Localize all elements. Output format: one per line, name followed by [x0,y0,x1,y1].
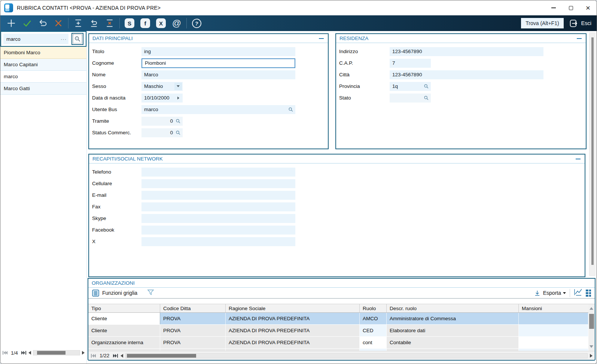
undo-button[interactable] [35,16,51,30]
list-item[interactable]: Piomboni Marco [0,47,86,59]
filter-button[interactable] [147,289,154,297]
esporta-button[interactable]: Esporta [534,290,566,296]
main-scrollbar-thumb[interactable] [591,37,594,265]
minimize-button[interactable] [545,1,562,14]
search-input[interactable] [3,34,68,44]
cellulare-input[interactable] [141,179,295,188]
grid-hscrollbar-thumb[interactable] [127,354,196,358]
cell-tipo[interactable]: Organizzazione interna [88,337,160,348]
data-nascita-picker[interactable] [141,94,183,103]
esci-button[interactable]: Esci [569,19,594,28]
utente-bus-lookup[interactable] [141,105,295,114]
lookup-icon[interactable] [176,119,181,124]
email-button[interactable]: @ [169,16,185,30]
cell-descr[interactable]: Elaboratore dati [387,325,519,336]
tramite-lookup[interactable] [141,117,183,126]
skype-input[interactable] [141,214,295,223]
cell-ragione[interactable]: AZIENDA DI PROVA PREDEFINITA [226,325,360,336]
scroll-left-icon[interactable] [121,354,123,358]
cell-descr[interactable]: Contabile [387,337,519,348]
provincia-lookup[interactable] [390,82,431,91]
cell-mansioni[interactable] [519,313,588,324]
cognome-input[interactable] [141,58,295,68]
add-row-button[interactable] [70,16,86,30]
stato-lookup[interactable] [390,94,431,103]
column-header-codice-ditta[interactable]: Codice Ditta [160,304,226,312]
delete-row-button[interactable] [102,16,118,30]
funzioni-griglia-button[interactable]: Funzioni griglia [92,290,137,297]
list-item[interactable]: marco [0,71,86,83]
sidebar-scrollbar-track[interactable] [33,350,80,355]
cell-ruolo[interactable]: cont [360,337,387,348]
main-vertical-scrollbar[interactable] [589,33,596,276]
grid-vertical-scrollbar[interactable] [588,304,595,351]
cell-codice[interactable]: PROVA [160,313,226,324]
x-input[interactable] [141,237,295,246]
cell-ragione[interactable]: AZIENDA DI PROVA PREDEFINITA [226,337,360,348]
scroll-down-icon[interactable] [590,345,593,348]
column-header-ruolo[interactable]: Ruolo [360,304,387,312]
column-header-ragione-sociale[interactable]: Ragione Sociale [226,304,360,312]
close-button[interactable]: × [579,1,597,14]
column-header-mansioni[interactable]: Mansioni [519,304,588,312]
utente-bus-value[interactable] [141,105,295,114]
last-page-icon[interactable] [113,354,118,358]
lookup-icon[interactable] [424,84,429,89]
lookup-icon[interactable] [288,107,293,112]
first-page-icon[interactable] [91,354,96,358]
fax-input[interactable] [141,202,295,211]
facebook-button[interactable]: f [137,16,153,30]
cell-ragione[interactable]: AZIENDA DI PROVA PREDEFINITA [226,313,360,324]
dropdown-button[interactable] [174,83,182,90]
date-expand-button[interactable] [174,94,182,102]
last-page-icon[interactable] [21,351,27,355]
x-social-button[interactable]: X [153,16,169,30]
scroll-right-icon[interactable] [590,354,593,358]
list-item[interactable]: Marco Gatti [0,83,86,95]
cell-mansioni[interactable] [519,325,588,336]
titolo-input[interactable] [141,47,295,56]
search-button[interactable] [71,33,83,45]
telefono-input[interactable] [141,168,295,177]
list-item[interactable]: Marco Capitani [0,59,86,71]
indirizzo-input[interactable] [390,47,543,56]
collapse-button[interactable] [318,36,325,42]
cell-ruolo[interactable]: CED [360,325,387,336]
collapse-button[interactable] [575,156,581,162]
cell-ruolo[interactable]: AMCO [360,313,387,324]
column-header-descr-ruolo[interactable]: Descr. ruolo [387,304,519,312]
citta-input[interactable] [390,70,543,79]
sesso-dropdown[interactable] [141,82,183,91]
cell-tipo[interactable]: Cliente [88,313,160,324]
chart-view-button[interactable] [574,288,584,297]
add-button[interactable] [3,16,19,30]
table-row[interactable]: Cliente PROVA AZIENDA DI PROVA PREDEFINI… [88,325,588,337]
scroll-left-icon[interactable] [28,351,31,355]
undo-row-button[interactable] [86,16,102,30]
cell-mansioni[interactable] [519,337,588,348]
cell-descr[interactable]: Amministratore di Commessa [387,313,519,324]
grid-scrollbar-thumb[interactable] [589,314,594,329]
cell-codice[interactable]: PROVA [160,337,226,348]
cell-tipo[interactable]: Cliente [88,325,160,336]
table-row[interactable]: Organizzazione interna PROVA AZIENDA DI … [88,337,588,349]
sidebar-scrollbar-thumb[interactable] [37,351,66,355]
table-row[interactable]: Cliente PROVA AZIENDA DI PROVA PREDEFINI… [88,313,588,325]
search-options-button[interactable]: ··· [61,36,67,42]
scroll-right-icon[interactable] [82,351,85,355]
delete-button[interactable] [51,16,66,30]
trova-button[interactable]: Trova (Alt+F1) [521,18,563,28]
first-page-icon[interactable] [2,351,8,355]
cell-codice[interactable]: PROVA [160,325,226,336]
skype-button[interactable]: S [122,16,137,30]
collapse-button[interactable] [576,36,582,42]
cards-view-button[interactable] [586,290,591,297]
facebook-input[interactable] [141,226,295,235]
grid-hscrollbar-track[interactable] [125,353,588,358]
confirm-button[interactable] [19,16,35,30]
status-commerc-lookup[interactable] [141,128,183,137]
lookup-icon[interactable] [176,130,181,135]
nome-input[interactable] [141,70,295,79]
help-button[interactable]: ? [189,16,204,30]
cap-input[interactable] [390,59,431,68]
